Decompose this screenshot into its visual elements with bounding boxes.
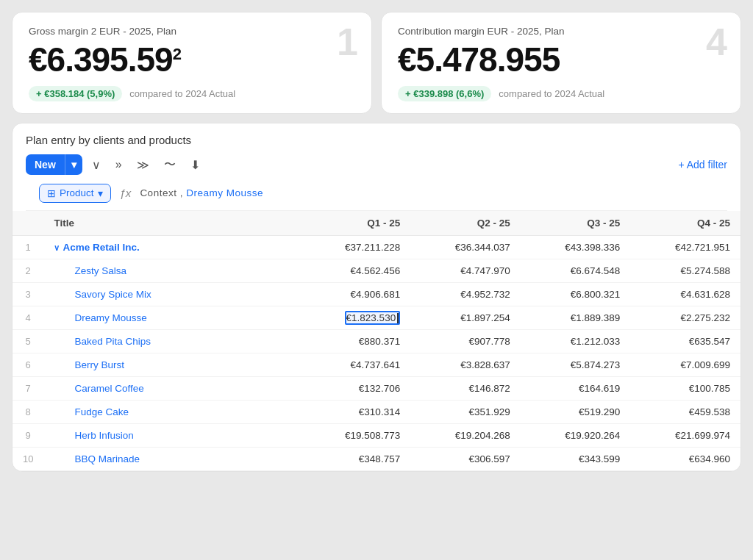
row-q1[interactable]: €4.562.456 <box>301 259 411 282</box>
row-title-link[interactable]: Acme Retail Inc. <box>63 242 139 253</box>
row-num: 2 <box>13 259 43 282</box>
card-badge-1: + €358.184 (5,9%) <box>29 86 122 101</box>
row-title: Berry Burst <box>43 353 300 377</box>
fx-context: Context , Dreamy Mousse <box>140 187 263 198</box>
row-title: BBQ Marinade <box>43 448 300 471</box>
row-num: 10 <box>13 448 43 471</box>
row-q1[interactable]: €37.211.228 <box>301 235 411 259</box>
row-title: Herb Infusion <box>43 424 300 448</box>
row-title-link[interactable]: Savory Spice Mix <box>54 289 151 300</box>
row-title-link[interactable]: Zesty Salsa <box>54 265 126 276</box>
row-title: Caramel Coffee <box>43 377 300 401</box>
row-title-link[interactable]: BBQ Marinade <box>54 453 140 464</box>
card-footer-1: + €358.184 (5,9%) compared to 2024 Actua… <box>29 86 355 101</box>
row-q3[interactable]: €1.889.389 <box>521 306 631 329</box>
fx-label: ƒx <box>117 187 135 199</box>
row-q4[interactable]: €21.699.974 <box>630 424 740 448</box>
row-q2[interactable]: €146.872 <box>410 377 521 401</box>
row-title-link[interactable]: Berry Burst <box>54 359 124 370</box>
row-q2[interactable]: €3.828.637 <box>410 353 521 377</box>
row-q4[interactable]: €7.009.699 <box>630 353 740 377</box>
row-q1[interactable]: €132.706 <box>301 377 411 401</box>
row-num: 3 <box>13 282 43 306</box>
row-q3[interactable]: €43.398.336 <box>521 235 631 259</box>
row-title-link[interactable]: Herb Infusion <box>54 430 133 441</box>
row-q3[interactable]: €19.920.264 <box>521 424 631 448</box>
card-value-2: €5.478.955 <box>398 41 724 79</box>
row-q3[interactable]: €6.800.321 <box>521 282 631 306</box>
row-q1[interactable]: €880.371 <box>301 330 411 353</box>
row-q1[interactable]: €4.906.681 <box>301 282 411 306</box>
chart-icon-btn[interactable]: 〜 <box>159 154 181 176</box>
row-title: ∨Acme Retail Inc. <box>43 235 300 259</box>
row-q1[interactable]: €310.314 <box>301 401 411 424</box>
kpi-card-1: Gross margin 2 EUR - 2025, Plan 1 €6.395… <box>12 12 372 114</box>
add-filter-button[interactable]: + Add filter <box>678 159 727 170</box>
sort-icon: ≫ <box>137 158 149 172</box>
col-header-num <box>13 211 43 236</box>
new-button[interactable]: New ▾ <box>26 154 82 175</box>
forward-icon-btn[interactable]: » <box>110 154 127 175</box>
row-title-link[interactable]: Fudge Cake <box>54 406 129 417</box>
toolbar: New ▾ ∨ » ≫ 〜 ⬇ + Add filter <box>26 154 727 176</box>
row-q4[interactable]: €5.274.588 <box>630 259 740 282</box>
row-q3[interactable]: €5.874.273 <box>521 353 631 377</box>
row-q1[interactable]: €348.757 <box>301 448 411 471</box>
row-title: Baked Pita Chips <box>43 330 300 353</box>
card-footer-2: + €339.898 (6,6%) compared to 2024 Actua… <box>398 86 724 101</box>
card-title-2: Contribution margin EUR - 2025, Plan <box>398 26 724 37</box>
row-num: 7 <box>13 377 43 401</box>
row-title-link[interactable]: Baked Pita Chips <box>54 336 151 347</box>
download-icon-btn[interactable]: ⬇ <box>185 154 205 176</box>
row-q4[interactable]: €635.547 <box>630 330 740 353</box>
collapse-icon-btn[interactable]: ∨ <box>87 154 106 176</box>
row-q4[interactable]: €634.960 <box>630 448 740 471</box>
row-q2[interactable]: €36.344.037 <box>410 235 521 259</box>
panel-title: Plan entry by clients and products <box>26 134 727 146</box>
row-q4[interactable]: €459.538 <box>630 401 740 424</box>
row-q2[interactable]: €306.597 <box>410 448 521 471</box>
row-q2[interactable]: €907.778 <box>410 330 521 353</box>
row-q4[interactable]: €100.785 <box>630 377 740 401</box>
row-q1[interactable]: €4.737.641 <box>301 353 411 377</box>
row-title-link[interactable]: Dreamy Mousse <box>54 312 146 323</box>
new-button-caret[interactable]: ▾ <box>65 154 82 175</box>
row-q2[interactable]: €1.897.254 <box>410 306 521 329</box>
fx-prefix: Context , <box>140 187 183 198</box>
row-q3[interactable]: €519.290 <box>521 401 631 424</box>
selected-cell[interactable]: €1.823.530 <box>345 311 401 325</box>
row-q2[interactable]: €19.204.268 <box>410 424 521 448</box>
row-num: 1 <box>13 235 43 259</box>
table-row: 9 Herb Infusion €19.508.773 €19.204.268 … <box>13 424 740 448</box>
kpi-cards: Gross margin 2 EUR - 2025, Plan 1 €6.395… <box>12 12 741 114</box>
table-header: Title Q1 - 25 Q2 - 25 Q3 - 25 Q4 - 25 <box>13 211 740 236</box>
card-corner-1: 1 <box>337 23 358 61</box>
row-title: Fudge Cake <box>43 401 300 424</box>
row-q2[interactable]: €4.952.732 <box>410 282 521 306</box>
col-header-q4: Q4 - 25 <box>630 211 740 236</box>
row-q2[interactable]: €351.929 <box>410 401 521 424</box>
product-filter-tag[interactable]: ⊞ Product ▾ <box>39 184 111 203</box>
card-compare-1: compared to 2024 Actual <box>129 88 235 99</box>
table-row: 2 Zesty Salsa €4.562.456 €4.747.970 €6.6… <box>13 259 740 282</box>
sort-icon-btn[interactable]: ≫ <box>132 154 154 176</box>
row-q4[interactable]: €2.275.232 <box>630 306 740 329</box>
row-q2[interactable]: €4.747.970 <box>410 259 521 282</box>
row-q1[interactable]: €1.823.530 <box>301 306 411 329</box>
card-compare-2: compared to 2024 Actual <box>499 88 604 99</box>
table-row: 8 Fudge Cake €310.314 €351.929 €519.290 … <box>13 401 740 424</box>
row-q3[interactable]: €343.599 <box>521 448 631 471</box>
row-q1[interactable]: €19.508.773 <box>301 424 411 448</box>
row-title-link[interactable]: Caramel Coffee <box>54 383 143 394</box>
row-q4[interactable]: €4.631.628 <box>630 282 740 306</box>
expand-icon[interactable]: ∨ <box>54 243 60 252</box>
table-row: 4 Dreamy Mousse €1.823.530 €1.897.254 €1… <box>13 306 740 329</box>
col-header-title: Title <box>43 211 300 236</box>
row-q3[interactable]: €1.212.033 <box>521 330 631 353</box>
download-icon: ⬇ <box>190 158 200 172</box>
row-q3[interactable]: €6.674.548 <box>521 259 631 282</box>
card-value-1: €6.395.592 <box>29 41 355 79</box>
row-q4[interactable]: €42.721.951 <box>630 235 740 259</box>
row-q3[interactable]: €164.619 <box>521 377 631 401</box>
table-row: 3 Savory Spice Mix €4.906.681 €4.952.732… <box>13 282 740 306</box>
